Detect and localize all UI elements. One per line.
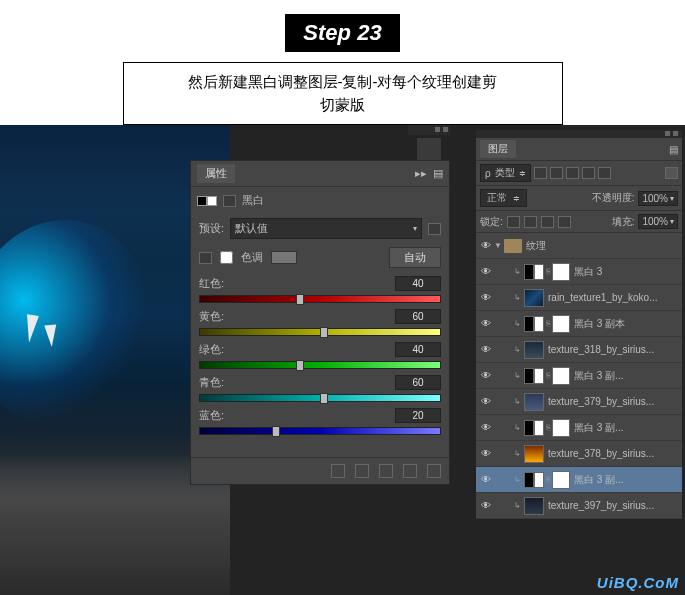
layer-thumbnail[interactable] bbox=[524, 341, 544, 359]
filter-type-icon[interactable] bbox=[566, 167, 579, 179]
layer-thumbnail[interactable] bbox=[524, 289, 544, 307]
chevron-down-icon: ▾ bbox=[413, 224, 417, 233]
layer-row[interactable]: 👁↳⎘黑白 3 副本 bbox=[476, 311, 682, 337]
filter-toggle[interactable] bbox=[665, 167, 678, 179]
mask-icon[interactable] bbox=[223, 195, 236, 207]
slider-thumb[interactable] bbox=[296, 294, 304, 305]
visibility-toggle[interactable]: 👁 bbox=[478, 266, 494, 277]
layer-row[interactable]: 👁↳⎘黑白 3 副... bbox=[476, 415, 682, 441]
slider-thumb[interactable] bbox=[320, 393, 328, 404]
slider-track[interactable] bbox=[199, 361, 441, 369]
visibility-toggle[interactable]: 👁 bbox=[478, 318, 494, 329]
layer-name[interactable]: 黑白 3 副... bbox=[574, 473, 680, 487]
slider-thumb[interactable] bbox=[320, 327, 328, 338]
dock-menu-icon bbox=[673, 131, 678, 136]
layer-name[interactable]: 纹理 bbox=[526, 239, 680, 253]
visibility-toggle[interactable]: 👁 bbox=[478, 292, 494, 303]
collapse-icon[interactable]: ▸▸ bbox=[415, 167, 427, 180]
layer-thumbnail[interactable] bbox=[524, 393, 544, 411]
layer-row[interactable]: 👁↳⎘黑白 3 副... bbox=[476, 467, 682, 493]
layer-mask[interactable] bbox=[552, 263, 570, 281]
visibility-toggle[interactable]: 👁 bbox=[478, 474, 494, 485]
preset-dropdown[interactable]: 默认值 ▾ bbox=[230, 218, 422, 239]
layer-row[interactable]: 👁↳texture_397_by_sirius... bbox=[476, 493, 682, 519]
layer-mask[interactable] bbox=[552, 315, 570, 333]
layer-row[interactable]: 👁↳⎘黑白 3 副... bbox=[476, 363, 682, 389]
layer-name[interactable]: 黑白 3 bbox=[574, 265, 680, 279]
slider-track[interactable] bbox=[199, 328, 441, 336]
layer-row[interactable]: 👁↳texture_379_by_sirius... bbox=[476, 389, 682, 415]
layer-mask[interactable] bbox=[552, 367, 570, 385]
slider-thumb[interactable] bbox=[272, 426, 280, 437]
layer-name[interactable]: texture_379_by_sirius... bbox=[548, 396, 680, 407]
properties-tab[interactable]: 属性 bbox=[197, 164, 235, 183]
layer-name[interactable]: 黑白 3 副本 bbox=[574, 317, 680, 331]
lock-all-icon[interactable] bbox=[558, 216, 571, 228]
view-previous-icon[interactable] bbox=[355, 464, 369, 478]
layer-row[interactable]: 👁↳rain_texture1_by_koko... bbox=[476, 285, 682, 311]
artwork-shape bbox=[23, 314, 39, 343]
layer-row[interactable]: 👁↳texture_378_by_sirius... bbox=[476, 441, 682, 467]
layer-mask[interactable] bbox=[552, 471, 570, 489]
filter-shape-icon[interactable] bbox=[582, 167, 595, 179]
slider-value[interactable]: 40 bbox=[395, 276, 441, 291]
lock-label: 锁定: bbox=[480, 215, 503, 229]
filter-adjust-icon[interactable] bbox=[550, 167, 563, 179]
slider-value[interactable]: 20 bbox=[395, 408, 441, 423]
tint-checkbox[interactable] bbox=[220, 251, 233, 264]
layer-row[interactable]: 👁↳⎘黑白 3 bbox=[476, 259, 682, 285]
auto-button[interactable]: 自动 bbox=[389, 247, 441, 268]
layer-name[interactable]: rain_texture1_by_koko... bbox=[548, 292, 680, 303]
visibility-toggle[interactable]: 👁 bbox=[478, 344, 494, 355]
bw-adjustment-icon bbox=[524, 264, 544, 280]
lock-transparency-icon[interactable] bbox=[507, 216, 520, 228]
panel-menu-icon[interactable]: ▤ bbox=[433, 167, 443, 180]
dock-collapse-bar[interactable] bbox=[408, 125, 450, 135]
visibility-toggle[interactable]: 👁 bbox=[478, 396, 494, 407]
slider-value[interactable]: 60 bbox=[395, 375, 441, 390]
blend-mode-dropdown[interactable]: 正常≑ bbox=[480, 189, 527, 207]
preset-menu-icon[interactable] bbox=[428, 223, 441, 235]
layer-name[interactable]: texture_318_by_sirius... bbox=[548, 344, 680, 355]
visibility-icon[interactable] bbox=[403, 464, 417, 478]
layer-name[interactable]: 黑白 3 副... bbox=[574, 421, 680, 435]
visibility-toggle[interactable]: 👁 bbox=[478, 370, 494, 381]
opacity-input[interactable]: 100%▾ bbox=[638, 191, 678, 206]
reset-icon[interactable] bbox=[379, 464, 393, 478]
layer-name[interactable]: texture_397_by_sirius... bbox=[548, 500, 680, 511]
clip-icon[interactable] bbox=[331, 464, 345, 478]
panel-menu-icon[interactable]: ▤ bbox=[669, 144, 678, 155]
layer-name[interactable]: 黑白 3 副... bbox=[574, 369, 680, 383]
visibility-toggle[interactable]: 👁 bbox=[478, 500, 494, 511]
slider-thumb[interactable] bbox=[296, 360, 304, 371]
fill-input[interactable]: 100%▾ bbox=[638, 214, 678, 229]
layer-name[interactable]: texture_378_by_sirius... bbox=[548, 448, 680, 459]
layer-thumbnail[interactable] bbox=[524, 445, 544, 463]
visibility-toggle[interactable]: 👁 bbox=[478, 422, 494, 433]
layer-row[interactable]: 👁↳texture_318_by_sirius... bbox=[476, 337, 682, 363]
slider-track[interactable] bbox=[199, 394, 441, 402]
tint-swatch[interactable] bbox=[271, 251, 297, 264]
lock-position-icon[interactable] bbox=[541, 216, 554, 228]
layer-group-row[interactable]: 👁 ▼ 纹理 bbox=[476, 233, 682, 259]
target-adjust-icon[interactable] bbox=[199, 252, 212, 264]
layer-thumbnail[interactable] bbox=[524, 497, 544, 515]
trash-icon[interactable] bbox=[427, 464, 441, 478]
layers-tab[interactable]: 图层 bbox=[480, 140, 516, 158]
filter-pixel-icon[interactable] bbox=[534, 167, 547, 179]
visibility-toggle[interactable]: 👁 bbox=[478, 448, 494, 459]
lock-pixels-icon[interactable] bbox=[524, 216, 537, 228]
bw-adjustment-icon bbox=[524, 316, 544, 332]
caption-box: 然后新建黑白调整图层-复制-对每个纹理创建剪 切蒙版 bbox=[123, 62, 563, 125]
slider-track[interactable] bbox=[199, 295, 441, 303]
slider-track[interactable] bbox=[199, 427, 441, 435]
slider-value[interactable]: 60 bbox=[395, 309, 441, 324]
filter-type-dropdown[interactable]: ρ类型≑ bbox=[480, 164, 531, 182]
visibility-toggle[interactable]: 👁 bbox=[478, 240, 494, 251]
slider-value[interactable]: 40 bbox=[395, 342, 441, 357]
link-icon: ⎘ bbox=[544, 371, 552, 380]
filter-smart-icon[interactable] bbox=[598, 167, 611, 179]
layers-collapse-bar[interactable] bbox=[476, 130, 682, 138]
chevron-down-icon[interactable]: ▼ bbox=[494, 241, 504, 250]
layer-mask[interactable] bbox=[552, 419, 570, 437]
